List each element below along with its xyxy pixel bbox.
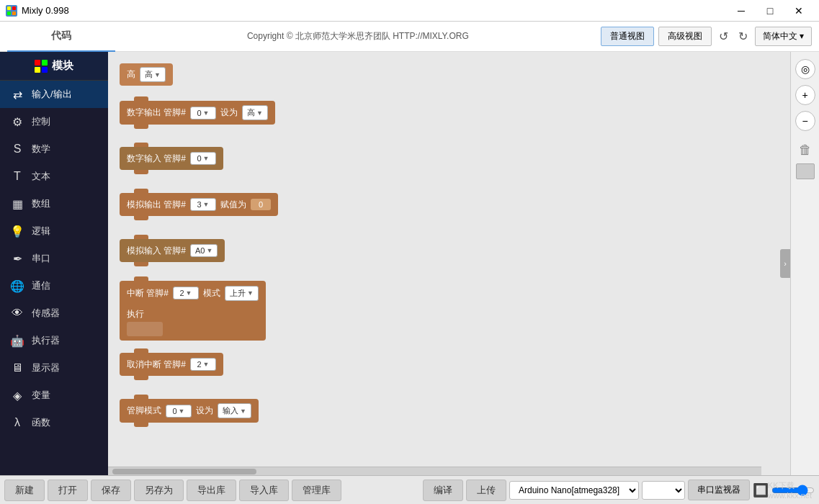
save-button[interactable]: 保存 xyxy=(91,480,131,501)
svg-rect-7 xyxy=(35,67,40,73)
cancel-interrupt-pin[interactable]: 2 xyxy=(190,358,216,371)
open-button[interactable]: 打开 xyxy=(48,480,88,501)
navigate-btn[interactable]: ◎ xyxy=(795,59,815,79)
sidebar-icon-array: ▦ xyxy=(10,197,24,211)
code-canvas: 高 高 数字输出 管脚# 0 设为 高 数字输入 管脚# 0 xyxy=(108,52,790,475)
app-body: 模块 ⇄输入/输出⚙控制S数学T文本▦数组💡逻辑✒串口🌐通信👁传感器🤖执行器🖥显… xyxy=(0,52,819,475)
block-digital-in[interactable]: 数字输入 管脚# 0 xyxy=(120,147,223,170)
digital-in-pin[interactable]: 0 xyxy=(190,152,216,165)
sidebar-item-control[interactable]: ⚙控制 xyxy=(0,108,108,135)
sidebar-label-logic: 逻辑 xyxy=(32,225,50,238)
horizontal-scrollbar[interactable] xyxy=(108,467,761,475)
trash-icon[interactable]: 🗑 xyxy=(799,143,812,158)
svg-rect-6 xyxy=(42,60,48,66)
high-label: 高 xyxy=(127,68,135,81)
pin-mode-mode[interactable]: 输入 xyxy=(218,403,251,418)
upload-button[interactable]: 上传 xyxy=(466,480,506,501)
interrupt-exec: 执行 xyxy=(127,309,144,319)
sidebar-label-serial: 串口 xyxy=(32,252,50,265)
sidebar-label-variable: 变量 xyxy=(32,389,50,402)
bottom-toolbar: 新建 打开 保存 另存为 导出库 导入库 管理库 编译 上传 Arduino N… xyxy=(0,475,819,504)
undo-button[interactable]: ↺ xyxy=(716,28,731,45)
sidebar-label-array: 数组 xyxy=(32,197,50,210)
blocks-icon xyxy=(35,60,48,73)
interrupt-pin[interactable]: 2 xyxy=(173,287,199,300)
sidebar-header: 模块 xyxy=(0,52,108,81)
export-button[interactable]: 导出库 xyxy=(187,480,236,501)
canvas-area[interactable]: 高 高 数字输出 管脚# 0 设为 高 数字输入 管脚# 0 xyxy=(108,52,790,475)
maximize-button[interactable]: □ xyxy=(756,0,784,22)
sidebar-items: ⇄输入/输出⚙控制S数学T文本▦数组💡逻辑✒串口🌐通信👁传感器🤖执行器🖥显示器◈… xyxy=(0,81,108,436)
sidebar-item-logic[interactable]: 💡逻辑 xyxy=(0,217,108,245)
sidebar-item-actuator[interactable]: 🤖执行器 xyxy=(0,327,108,354)
close-button[interactable]: ✕ xyxy=(784,0,813,22)
sidebar: 模块 ⇄输入/输出⚙控制S数学T文本▦数组💡逻辑✒串口🌐通信👁传感器🤖执行器🖥显… xyxy=(0,52,108,475)
svg-rect-2 xyxy=(12,6,16,10)
speed-slider[interactable] xyxy=(771,485,815,496)
zoom-in-btn[interactable]: + xyxy=(795,85,815,105)
sidebar-label-actuator: 执行器 xyxy=(32,334,60,347)
minimize-button[interactable]: ─ xyxy=(727,0,756,22)
scroll-thumb[interactable] xyxy=(112,469,256,474)
sidebar-label-math: 数学 xyxy=(32,143,50,156)
code-tab[interactable]: 代码 xyxy=(7,22,115,52)
pin-mode-set: 设为 xyxy=(196,405,213,417)
sidebar-icon-display: 🖥 xyxy=(10,361,24,374)
sidebar-item-serial[interactable]: ✒串口 xyxy=(0,245,108,272)
sidebar-item-sensor[interactable]: 👁传感器 xyxy=(0,300,108,327)
interrupt-label: 中断 管脚# xyxy=(127,287,169,300)
language-button[interactable]: 简体中文 ▾ xyxy=(755,27,812,46)
redo-button[interactable]: ↻ xyxy=(735,28,751,45)
analog-out-set: 赋值为 xyxy=(220,199,246,211)
app-title: Mixly 0.998 xyxy=(22,5,69,16)
save-as-button[interactable]: 另存为 xyxy=(134,480,184,501)
sidebar-icon-logic: 💡 xyxy=(10,225,24,238)
sidebar-label-sensor: 传感器 xyxy=(32,307,60,320)
trash-box xyxy=(796,163,815,179)
normal-view-button[interactable]: 普通视图 xyxy=(601,27,654,46)
manage-button[interactable]: 管理库 xyxy=(292,480,341,501)
sidebar-icon-variable: ◈ xyxy=(10,389,24,402)
digital-out-value[interactable]: 高 xyxy=(242,105,268,120)
sidebar-icon-io: ⇄ xyxy=(10,88,24,102)
sidebar-label-comm: 通信 xyxy=(32,279,50,292)
block-analog-out[interactable]: 模拟输出 管脚# 3 赋值为 0 xyxy=(120,193,278,216)
block-interrupt[interactable]: 中断 管脚# 2 模式 上升 执行 xyxy=(120,281,266,341)
sidebar-icon-serial: ✒ xyxy=(10,252,24,266)
block-pin-mode[interactable]: 管脚模式 0 设为 输入 xyxy=(120,399,259,423)
digital-in-label: 数字输入 管脚# xyxy=(127,153,186,165)
port-select[interactable] xyxy=(642,481,685,500)
high-dropdown[interactable]: 高 xyxy=(140,67,166,82)
zoom-out-btn[interactable]: − xyxy=(795,111,815,131)
digital-out-pin[interactable]: 0 xyxy=(190,107,216,120)
import-button[interactable]: 导入库 xyxy=(239,480,289,501)
app-icon xyxy=(6,5,17,17)
sidebar-item-array[interactable]: ▦数组 xyxy=(0,190,108,217)
sidebar-icon-sensor: 👁 xyxy=(10,307,24,320)
block-cancel-interrupt[interactable]: 取消中断 管脚# 2 xyxy=(120,353,223,376)
sidebar-item-comm[interactable]: 🌐通信 xyxy=(0,272,108,300)
advanced-view-button[interactable]: 高级视图 xyxy=(658,27,712,46)
side-collapse-arrow[interactable]: › xyxy=(780,249,790,278)
analog-in-pin[interactable]: A0 xyxy=(190,244,218,257)
sidebar-item-text[interactable]: T文本 xyxy=(0,163,108,190)
cpu-icon: 🔲 xyxy=(753,482,769,498)
block-digital-out[interactable]: 数字输出 管脚# 0 设为 高 xyxy=(120,101,275,125)
sidebar-item-display[interactable]: 🖥显示器 xyxy=(0,354,108,382)
analog-out-pin[interactable]: 3 xyxy=(190,198,216,211)
compile-button[interactable]: 编译 xyxy=(423,480,463,501)
block-analog-in[interactable]: 模拟输入 管脚# A0 xyxy=(120,239,225,262)
sidebar-item-variable[interactable]: ◈变量 xyxy=(0,382,108,409)
board-select[interactable]: Arduino Nano[atmega328] xyxy=(509,481,639,500)
monitor-button[interactable]: 串口监视器 xyxy=(688,480,750,500)
interrupt-mode[interactable]: 上升 xyxy=(225,286,259,301)
sidebar-item-math[interactable]: S数学 xyxy=(0,135,108,163)
new-button[interactable]: 新建 xyxy=(4,480,45,501)
block-high[interactable]: 高 高 xyxy=(120,63,173,86)
pin-mode-pin[interactable]: 0 xyxy=(166,405,192,418)
title-left: Mixly 0.998 xyxy=(6,5,69,17)
digital-out-set: 设为 xyxy=(220,107,238,119)
sidebar-item-function[interactable]: λ函数 xyxy=(0,409,108,436)
sidebar-item-io[interactable]: ⇄输入/输出 xyxy=(0,81,108,108)
analog-in-label: 模拟输入 管脚# xyxy=(127,245,186,257)
